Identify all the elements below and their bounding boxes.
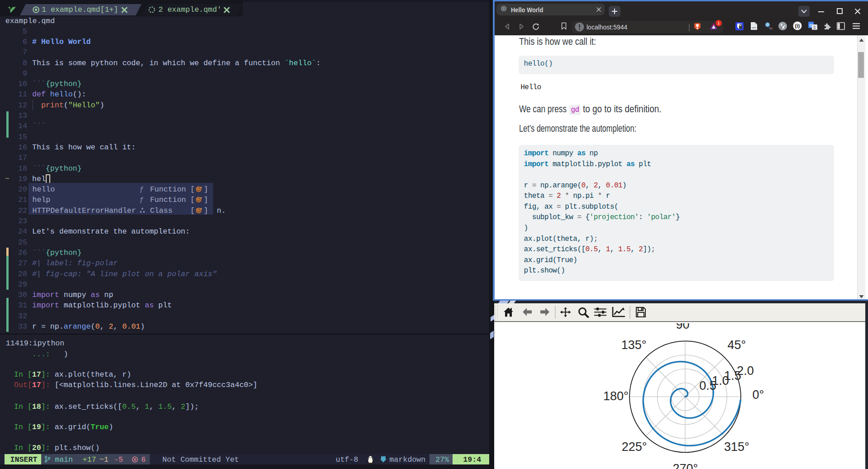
svg-text:315°: 315°	[724, 440, 749, 454]
svg-text:0°: 0°	[753, 388, 764, 402]
svg-text:270°: 270°	[673, 462, 698, 469]
svg-text:文: 文	[813, 25, 817, 29]
svg-text:90°: 90°	[676, 323, 695, 331]
svg-text:180°: 180°	[603, 389, 629, 403]
svg-text:(i): (i)	[795, 23, 800, 29]
svg-text:225°: 225°	[622, 440, 647, 454]
svg-text:45°: 45°	[728, 338, 746, 352]
svg-text:135°: 135°	[621, 338, 647, 352]
svg-text:2.0: 2.0	[737, 364, 754, 378]
